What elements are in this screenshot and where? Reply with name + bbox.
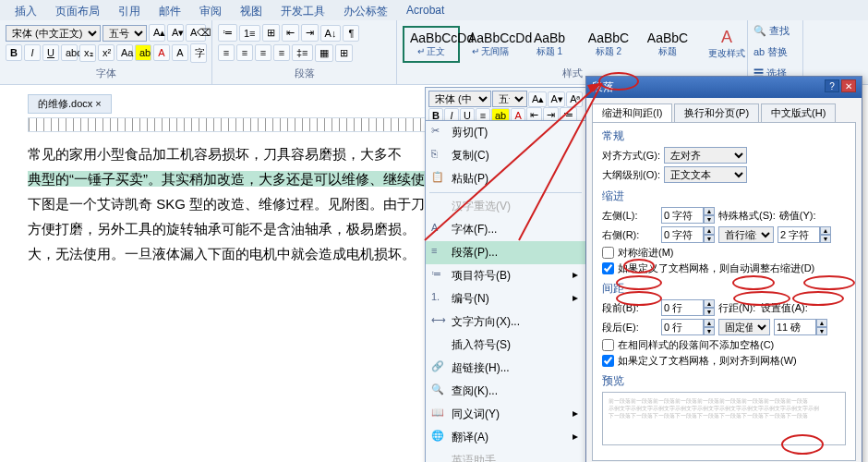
highlight-button[interactable]: ab	[135, 44, 151, 61]
spin-up-icon[interactable]: ▲	[704, 207, 715, 215]
help-icon[interactable]: ?	[825, 79, 839, 92]
close-icon[interactable]: ✕	[841, 79, 856, 92]
spin-down-icon[interactable]: ▼	[704, 215, 715, 224]
preview-section: 预览	[602, 373, 846, 389]
align-left-button[interactable]: ≡	[218, 44, 235, 61]
paragraph-group-label: 段落	[218, 64, 391, 80]
change-styles-button[interactable]: A更改样式	[698, 24, 755, 64]
align-justify-button[interactable]: ≡	[273, 44, 290, 61]
char-shading-button[interactable]: 字	[190, 43, 207, 63]
general-section: 常规	[602, 128, 846, 144]
bold-button[interactable]: B	[6, 44, 22, 61]
multilevel-button[interactable]: ⊞	[262, 24, 280, 42]
ctx-item[interactable]: 1.编号(N)▸	[426, 287, 585, 310]
ctx-item[interactable]: 插入符号(S)	[426, 334, 585, 357]
ribbon-tabs: 插入 页面布局 引用 邮件 审阅 视图 开发工具 办公标签 Acrobat	[0, 0, 868, 20]
ctx-item[interactable]: ≡段落(P)...	[426, 241, 585, 264]
tab-line-page[interactable]: 换行和分页(P)	[674, 103, 759, 122]
ctx-item[interactable]: 🌐翻译(A)▸	[426, 426, 585, 449]
context-menu: ✂剪切(T)⎘复制(C)📋粘贴(P)汉字重选(V)A字体(F)...≡段落(P)…	[425, 120, 586, 462]
style-item[interactable]: AaBbC标题 2	[580, 27, 637, 62]
outline-select[interactable]: 正文文本	[664, 166, 747, 183]
document-tab[interactable]: 的维修.docx ×	[28, 94, 112, 114]
clear-format-button[interactable]: A⌫	[186, 24, 206, 42]
italic-button[interactable]: I	[24, 44, 41, 61]
show-marks-button[interactable]: ¶	[343, 25, 359, 42]
preview-box: 前一段落前一段落前一段落前一段落前一段落前一段落前一段落前一段落前一段落示例文字…	[602, 392, 846, 445]
grow-font-button[interactable]: A▴	[149, 24, 165, 42]
align-right-button[interactable]: ≡	[255, 44, 271, 61]
indent-dec-button[interactable]: ⇤	[282, 24, 299, 42]
space-after-input[interactable]	[661, 319, 704, 335]
spacing-section: 间距	[602, 281, 846, 297]
ctx-item[interactable]: 📋粘贴(P)	[426, 167, 585, 190]
alignment-select[interactable]: 左对齐	[664, 147, 747, 164]
mini-grow-icon[interactable]: A▴	[528, 91, 547, 107]
replace-button[interactable]: ab 替换	[753, 45, 797, 59]
tab-insert[interactable]: 插入	[7, 2, 44, 18]
shrink-font-button[interactable]: A▾	[167, 24, 184, 42]
indent-by-input[interactable]	[778, 226, 820, 243]
align-center-button[interactable]: ≡	[236, 44, 253, 61]
bullets-button[interactable]: ≔	[218, 24, 237, 42]
font-color-button[interactable]: A	[153, 44, 170, 61]
mini-shrink-icon[interactable]: A▾	[548, 91, 566, 107]
style-item[interactable]: AaBbCcDd↵ 正文	[403, 26, 460, 63]
tab-layout[interactable]: 页面布局	[48, 2, 107, 18]
tab-mailings[interactable]: 邮件	[151, 2, 188, 18]
ctx-item[interactable]: ✂剪切(T)	[426, 121, 585, 144]
subscript-button[interactable]: x₂	[79, 44, 96, 62]
underline-button[interactable]: U	[42, 44, 59, 61]
numbering-button[interactable]: 1≡	[239, 25, 260, 42]
char-border-button[interactable]: A	[172, 44, 188, 61]
font-select[interactable]: 宋体 (中文正文)	[6, 25, 101, 42]
change-case-button[interactable]: Aa	[116, 44, 133, 61]
ctx-item[interactable]: 📖同义词(Y)▸	[426, 403, 585, 426]
size-select[interactable]: 五号	[102, 25, 147, 42]
line-spacing-button[interactable]: ‡≡	[292, 44, 313, 61]
strike-button[interactable]: abc	[61, 44, 78, 61]
ctx-item[interactable]: 🔗超链接(H)...	[426, 357, 585, 380]
indent-inc-button[interactable]: ⇥	[301, 24, 319, 42]
snap-grid-check[interactable]	[602, 355, 614, 367]
font-group-label: 字体	[6, 64, 206, 80]
ctx-item[interactable]: ≔项目符号(B)▸	[426, 264, 585, 287]
special-indent-select[interactable]: 首行缩进	[718, 226, 774, 243]
tab-review[interactable]: 审阅	[192, 2, 229, 18]
tab-office[interactable]: 办公标签	[336, 2, 395, 18]
tab-acrobat[interactable]: Acrobat	[399, 2, 452, 18]
auto-adjust-check[interactable]	[602, 262, 614, 274]
mirror-indent-check[interactable]	[602, 247, 614, 259]
style-item[interactable]: AaBbC标题	[639, 27, 696, 62]
indent-section: 缩进	[602, 188, 846, 204]
dialog-titlebar[interactable]: 段落 ? ✕	[586, 77, 862, 98]
ctx-item[interactable]: A字体(F)...	[426, 218, 585, 241]
mini-font[interactable]: 宋体 (中ゞ	[428, 91, 491, 107]
tab-developer[interactable]: 开发工具	[273, 2, 332, 18]
edit-group: 🔍 查找 ab 替换 ☰ 选择	[748, 20, 803, 84]
space-before-input[interactable]	[661, 299, 704, 316]
tab-chinese[interactable]: 中文版式(H)	[761, 103, 836, 122]
find-button[interactable]: 🔍 查找	[753, 24, 797, 38]
mini-size[interactable]: 五号	[492, 91, 527, 107]
tab-indent-spacing[interactable]: 缩进和间距(I)	[592, 103, 672, 122]
indent-left-input[interactable]	[661, 207, 704, 224]
sort-button[interactable]: A↓	[320, 25, 342, 42]
tab-references[interactable]: 引用	[111, 2, 148, 18]
mini-style-icon[interactable]: Aᵃ	[566, 91, 583, 107]
borders-button[interactable]: ⊞	[335, 44, 353, 62]
indent-right-input[interactable]	[661, 226, 704, 243]
style-item[interactable]: AaBb标题 1	[521, 27, 578, 62]
style-item[interactable]: AaBbCcDd↵ 无间隔	[462, 27, 519, 62]
line-at-input[interactable]	[774, 319, 816, 335]
superscript-button[interactable]: x²	[98, 44, 115, 61]
styles-group: AaBbCcDd↵ 正文AaBbCcDd↵ 无间隔AaBb标题 1AaBbC标题…	[397, 20, 748, 84]
line-spacing-select[interactable]: 固定值	[718, 319, 770, 335]
dialog-title: 段落	[592, 79, 614, 95]
tab-view[interactable]: 视图	[233, 2, 270, 18]
ctx-item[interactable]: 🔍查阅(K)...	[426, 380, 585, 403]
shading-button[interactable]: ▦	[315, 44, 333, 62]
no-space-same-style-check[interactable]	[602, 339, 614, 351]
ctx-item[interactable]: ⎘复制(C)	[426, 144, 585, 167]
ctx-item[interactable]: ⟷文字方向(X)...	[426, 310, 585, 334]
